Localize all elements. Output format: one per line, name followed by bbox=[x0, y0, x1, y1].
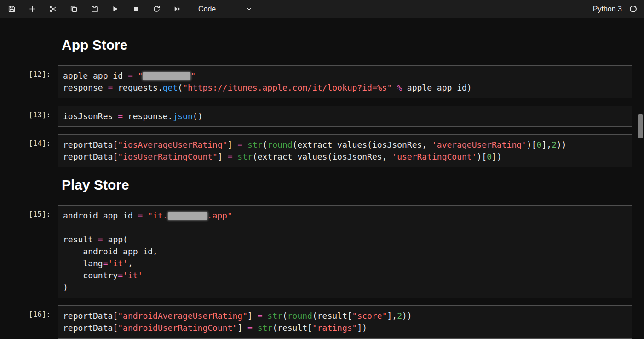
cell-editor[interactable]: reportData["iosAverageUserRating"] = str… bbox=[58, 134, 632, 167]
redacted-text bbox=[168, 212, 207, 220]
plus-icon bbox=[29, 5, 36, 13]
code-line: response = requests.get("https://itunes.… bbox=[63, 82, 627, 94]
kernel-status-icon bbox=[630, 6, 637, 12]
fast-forward-icon bbox=[173, 5, 181, 13]
code-cell: [12]:apple_app_id = ""response = request… bbox=[0, 65, 632, 98]
redacted-text bbox=[143, 72, 190, 80]
save-icon bbox=[8, 5, 16, 13]
copy-cell-button[interactable] bbox=[69, 5, 78, 13]
code-cell: [13]:iosJsonRes = response.json() bbox=[0, 106, 632, 127]
cell-prompt: [13]: bbox=[0, 106, 58, 119]
markdown-heading: App Store bbox=[62, 36, 632, 54]
save-button[interactable] bbox=[7, 5, 16, 13]
run-cell-button[interactable] bbox=[111, 5, 119, 13]
cell-type-value: Code bbox=[198, 5, 216, 13]
code-line: reportData["androidUserRatingCount"] = s… bbox=[63, 322, 627, 334]
copy-icon bbox=[70, 5, 78, 13]
cell-editor[interactable]: android_app_id = "it..app" result = app(… bbox=[58, 205, 632, 298]
cell-prompt: [14]: bbox=[0, 134, 58, 148]
code-line: android_app_id = "it..app" bbox=[63, 210, 627, 222]
stop-icon bbox=[132, 5, 140, 13]
notebook-toolbar: Code Python 3 bbox=[0, 0, 644, 18]
restart-kernel-button[interactable] bbox=[152, 5, 161, 13]
cell-editor[interactable]: iosJsonRes = response.json() bbox=[58, 106, 632, 127]
code-line: reportData["iosUserRatingCount"] = str(e… bbox=[63, 151, 627, 163]
scissors-icon bbox=[49, 5, 57, 13]
cell-type-dropdown[interactable]: Code bbox=[198, 5, 253, 13]
restart-icon bbox=[153, 5, 161, 13]
scrollbar-thumb[interactable] bbox=[638, 114, 643, 138]
code-cell: [14]:reportData["iosAverageUserRating"] … bbox=[0, 134, 632, 167]
paste-cell-button[interactable] bbox=[90, 5, 98, 13]
markdown-cell[interactable]: Play Store bbox=[58, 176, 632, 194]
cell-prompt: [12]: bbox=[0, 65, 58, 79]
code-line: reportData["iosAverageUserRating"] = str… bbox=[63, 139, 627, 151]
run-icon bbox=[111, 5, 119, 13]
cell-prompt: [15]: bbox=[0, 205, 58, 218]
kernel-indicator: Python 3 bbox=[593, 5, 637, 13]
code-line: country='it' bbox=[63, 270, 627, 282]
code-line: android_app_id, bbox=[63, 246, 627, 258]
code-line: apple_app_id = "" bbox=[63, 70, 627, 82]
markdown-heading: Play Store bbox=[62, 176, 632, 194]
code-line: ) bbox=[63, 282, 627, 293]
code-cell: [16]:reportData["androidAverageUserRatin… bbox=[0, 305, 632, 339]
code-line: lang='it', bbox=[63, 258, 627, 270]
code-line bbox=[63, 222, 627, 234]
paste-icon bbox=[91, 5, 98, 13]
cell-editor[interactable]: reportData["androidAverageUserRating"] =… bbox=[58, 305, 632, 339]
restart-run-all-button[interactable] bbox=[173, 5, 181, 13]
cell-editor[interactable]: apple_app_id = ""response = requests.get… bbox=[58, 65, 632, 98]
kernel-name-label: Python 3 bbox=[593, 5, 622, 13]
code-line: iosJsonRes = response.json() bbox=[63, 110, 627, 122]
chevron-down-icon bbox=[246, 6, 253, 12]
code-line: result = app( bbox=[63, 234, 627, 246]
markdown-cell[interactable]: App Store bbox=[58, 36, 632, 54]
cut-cell-button[interactable] bbox=[49, 5, 57, 13]
notebook-cells: App Store[12]:apple_app_id = ""response … bbox=[0, 18, 644, 339]
code-line: reportData["androidAverageUserRating"] =… bbox=[63, 310, 627, 322]
code-cell: [15]:android_app_id = "it..app" result =… bbox=[0, 205, 632, 298]
interrupt-kernel-button[interactable] bbox=[132, 5, 140, 13]
add-cell-button[interactable] bbox=[28, 5, 36, 13]
cell-prompt: [16]: bbox=[0, 305, 58, 319]
